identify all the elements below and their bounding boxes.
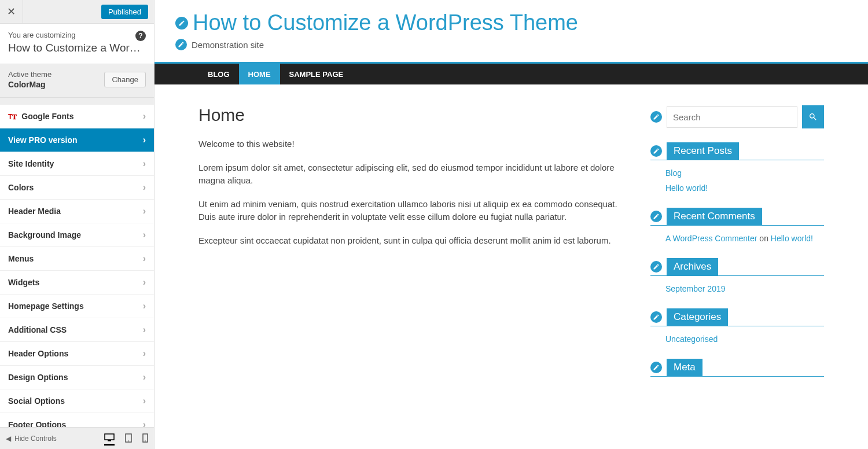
widget-header: Archives (650, 258, 824, 276)
desktop-icon[interactable] (104, 433, 115, 446)
section-label: View PRO version (8, 135, 78, 145)
widget-link[interactable]: September 2019 (665, 284, 726, 293)
section-label: Additional CSS (8, 325, 67, 334)
customizing-label: You are customizing (8, 31, 146, 39)
customizer-section[interactable]: Header Media› (0, 200, 154, 223)
list-item: Hello world! (665, 183, 824, 193)
customizer-section[interactable]: T𝐓Google Fonts› (0, 105, 154, 128)
nav-item[interactable]: BLOG (198, 64, 239, 84)
customizer-section[interactable]: Colors› (0, 176, 154, 200)
search-input[interactable] (667, 106, 797, 128)
chevron-right-icon: › (143, 348, 146, 359)
widget: CategoriesUncategorised (650, 308, 824, 344)
chevron-right-icon: › (143, 206, 146, 216)
content-paragraph: Welcome to this website! (198, 138, 627, 151)
content-paragraph: Excepteur sint occaecat cupidatat non pr… (198, 234, 627, 248)
search-button[interactable] (802, 105, 824, 128)
section-label: Header Media (8, 207, 61, 216)
hide-controls-button[interactable]: ◀ Hide Controls (6, 435, 57, 443)
widget-link[interactable]: Blog (665, 168, 682, 178)
mobile-icon[interactable] (142, 433, 148, 443)
section-label: Background Image (8, 230, 81, 240)
svg-rect-1 (108, 440, 111, 441)
section-label: Footer Options (8, 420, 66, 427)
edit-icon[interactable] (650, 362, 662, 373)
customizer-section[interactable]: Background Image› (0, 223, 154, 247)
edit-icon[interactable] (175, 39, 187, 50)
site-preview: How to Customize a WordPress Theme Demon… (155, 0, 868, 449)
change-theme-button[interactable]: Change (104, 72, 146, 87)
chevron-right-icon: › (143, 419, 146, 427)
widget-header: Recent Posts (650, 142, 824, 160)
customizer-section[interactable]: Header Options› (0, 342, 154, 366)
customizer-section[interactable]: Widgets› (0, 271, 154, 295)
customizer-sections: T𝐓Google Fonts›View PRO version›Site Ide… (0, 98, 154, 427)
widget-header: Meta (650, 359, 824, 377)
section-label: Header Options (8, 349, 68, 358)
chevron-right-icon: › (143, 301, 146, 311)
primary-nav: BLOGHOMESAMPLE PAGE (155, 64, 868, 84)
collapse-icon: ◀ (6, 435, 11, 443)
active-theme-label: Active theme (8, 70, 52, 79)
section-label: Homepage Settings (8, 301, 84, 311)
customizer-section[interactable]: Footer Options› (0, 413, 154, 427)
customizer-section[interactable]: Site Identity› (0, 152, 154, 176)
site-title[interactable]: How to Customize a WordPress Theme (175, 10, 847, 35)
widget: ArchivesSeptember 2019 (650, 258, 824, 293)
list-item: Blog (665, 168, 824, 178)
widget-list: September 2019 (650, 276, 824, 293)
section-label: Menus (8, 254, 34, 263)
edit-icon[interactable] (650, 261, 662, 273)
widget: Recent CommentsA WordPress Commenter on … (650, 208, 824, 243)
chevron-right-icon: › (143, 111, 146, 122)
edit-icon[interactable] (175, 17, 188, 30)
customizer-section[interactable]: Design Options› (0, 366, 154, 389)
chevron-right-icon: › (143, 372, 146, 382)
nav-item[interactable]: SAMPLE PAGE (280, 64, 353, 84)
widget-link[interactable]: Hello world! (771, 234, 813, 243)
publish-button[interactable]: Published (101, 5, 148, 19)
chevron-right-icon: › (143, 396, 146, 406)
font-prefix-icon: T𝐓 (8, 113, 17, 121)
chevron-right-icon: › (143, 277, 146, 288)
svg-rect-0 (105, 434, 114, 440)
edit-icon[interactable] (650, 111, 662, 123)
edit-icon[interactable] (650, 311, 662, 323)
svg-point-3 (128, 440, 129, 441)
help-icon[interactable]: ? (135, 31, 146, 41)
edit-icon[interactable] (650, 145, 662, 157)
content-paragraph: Ut enim ad minim veniam, quis nostrud ex… (198, 198, 627, 224)
section-label: Widgets (8, 278, 39, 287)
chevron-right-icon: › (143, 230, 146, 240)
list-item: A WordPress Commenter on Hello world! (665, 234, 824, 243)
widget-title: Archives (667, 258, 718, 275)
edit-icon[interactable] (650, 211, 662, 222)
device-switcher (104, 433, 148, 443)
customizer-section[interactable]: View PRO version› (0, 128, 154, 152)
customizer-sidebar: ✕ Published You are customizing How to C… (0, 0, 155, 449)
widget-link[interactable]: A WordPress Commenter (665, 234, 757, 243)
widget-list: BlogHello world! (650, 160, 824, 193)
chevron-right-icon: › (143, 135, 146, 145)
list-item: September 2019 (665, 284, 824, 293)
site-tagline[interactable]: Demonstration site (175, 39, 847, 50)
customizer-section[interactable]: Additional CSS› (0, 318, 154, 342)
site-title-label: How to Customize a WordPres… (8, 42, 146, 54)
customizer-section[interactable]: Homepage Settings› (0, 295, 154, 318)
widget-link[interactable]: Hello world! (665, 183, 708, 193)
sidebar-top-bar: ✕ Published (0, 0, 154, 24)
close-button[interactable]: ✕ (0, 0, 23, 23)
nav-item[interactable]: HOME (239, 64, 280, 84)
sidebar-info: You are customizing How to Customize a W… (0, 24, 154, 64)
widget-title: Recent Comments (667, 208, 762, 225)
customizer-section[interactable]: Menus› (0, 247, 154, 271)
sidebar-widgets: Recent PostsBlogHello world!Recent Comme… (650, 105, 824, 392)
section-label: Colors (8, 183, 34, 192)
customizer-section[interactable]: Social Options› (0, 389, 154, 413)
widget-title: Categories (667, 308, 728, 326)
widget-link[interactable]: Uncategorised (665, 334, 718, 344)
theme-name: ColorMag (8, 80, 52, 89)
main-content: Home Welcome to this website!Lorem ipsum… (198, 105, 627, 392)
chevron-right-icon: › (143, 253, 146, 264)
tablet-icon[interactable] (125, 433, 132, 443)
